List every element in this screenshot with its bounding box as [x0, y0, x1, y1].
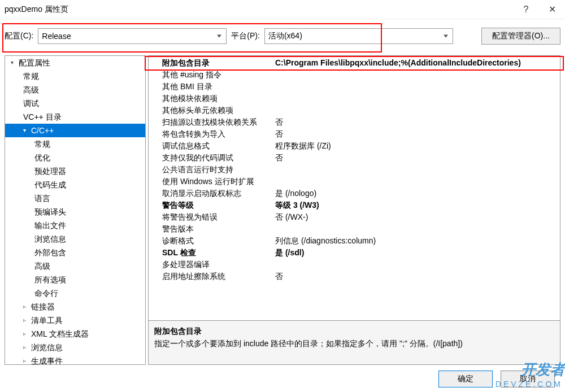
tree-item[interactable]: 输出文件 [5, 219, 145, 232]
tree-item[interactable]: ▹生成事件 [5, 354, 145, 365]
property-row[interactable]: 诊断格式列信息 (/diagnostics:column) [149, 235, 560, 247]
property-value[interactable]: 是 (/sdl) [275, 247, 560, 259]
property-row[interactable]: 公共语言运行时支持 [149, 164, 560, 176]
tree-sidebar[interactable]: ▾ 配置属性 常规高级调试VC++ 目录 ▾ C/C++ 常规优化预处理器代码生… [5, 55, 146, 365]
tree-item[interactable]: 优化 [5, 151, 145, 164]
property-value[interactable]: 等级 3 (/W3) [275, 199, 560, 211]
platform-value: 活动(x64) [268, 31, 302, 41]
tree-item-label: XML 文档生成器 [31, 328, 89, 339]
property-row[interactable]: 启用地址擦除系统否 [149, 271, 560, 282]
expand-arrow-icon: ▹ [23, 342, 30, 353]
tree-item[interactable]: 高级 [5, 259, 145, 273]
property-key: 启用地址擦除系统 [162, 271, 275, 282]
tree-item[interactable]: 语言 [5, 191, 145, 205]
property-value[interactable] [275, 104, 560, 116]
property-row[interactable]: 其他标头单元依赖项 [149, 104, 560, 116]
tree-item[interactable]: 浏览信息 [5, 232, 145, 246]
property-row[interactable]: 其他 BMI 目录 [149, 81, 560, 93]
property-row[interactable]: 调试信息格式程序数据库 (/Zi) [149, 140, 560, 152]
property-value[interactable] [275, 223, 560, 235]
tree-item[interactable]: 预编译头 [5, 205, 145, 219]
property-key: 扫描源以查找模块依赖关系 [162, 116, 275, 128]
close-button[interactable]: ✕ [539, 1, 565, 18]
property-key: 警告版本 [162, 223, 275, 235]
property-key: 使用 Windows 运行时扩展 [162, 176, 275, 188]
property-row[interactable]: 使用 Windows 运行时扩展 [149, 176, 560, 188]
tree-item[interactable]: ▹清单工具 [5, 313, 145, 327]
property-row[interactable]: 多处理器编译 [149, 259, 560, 271]
property-value[interactable]: 列信息 (/diagnostics:column) [275, 235, 560, 247]
tree-item[interactable]: ▹链接器 [5, 300, 145, 313]
tree-item[interactable]: 命令行 [5, 286, 145, 300]
ok-button[interactable]: 确定 [438, 371, 493, 387]
property-key: 将警告视为错误 [162, 211, 275, 223]
dialog-footer: 确定 取消 [438, 371, 555, 387]
platform-dropdown[interactable]: 活动(x64) [264, 28, 453, 44]
tree-item[interactable]: 所有选项 [5, 273, 145, 286]
property-row[interactable]: 警告版本 [149, 223, 560, 235]
config-manager-button[interactable]: 配置管理器(O)... [481, 28, 560, 45]
property-key: 公共语言运行时支持 [162, 164, 275, 176]
expand-arrow-icon: ▹ [23, 328, 30, 339]
tree-item[interactable]: 代码生成 [5, 178, 145, 191]
property-value[interactable]: 是 (/nologo) [275, 188, 560, 199]
title-bar: pqxxDemo 属性页 ? ✕ [0, 0, 565, 19]
property-value[interactable] [275, 69, 560, 81]
help-button[interactable]: ? [513, 1, 539, 18]
description-body: 指定一个或多个要添加到 include 路径中的目录；如果指定多个，请用 ";"… [154, 338, 554, 349]
property-key: 附加包含目录 [162, 57, 275, 69]
property-value[interactable]: 否 [275, 128, 560, 140]
property-value[interactable]: 否 [275, 271, 560, 282]
property-key: 多处理器编译 [162, 259, 275, 271]
property-row[interactable]: 其他 #using 指令 [149, 69, 560, 81]
property-value[interactable]: 程序数据库 (/Zi) [275, 140, 560, 152]
property-value[interactable] [275, 259, 560, 271]
property-row[interactable]: 警告等级等级 3 (/W3) [149, 199, 560, 211]
property-key: 将包含转换为导入 [162, 128, 275, 140]
config-dropdown[interactable]: Release [38, 28, 227, 44]
property-row[interactable]: 附加包含目录C:\Program Files\libpqxx\include;%… [149, 57, 560, 69]
property-grid[interactable]: 附加包含目录C:\Program Files\libpqxx\include;%… [148, 55, 560, 321]
tree-item[interactable]: ▹XML 文档生成器 [5, 327, 145, 341]
collapse-arrow-icon: ▾ [23, 125, 30, 136]
property-row[interactable]: SDL 检查是 (/sdl) [149, 247, 560, 259]
tree-item[interactable]: VC++ 目录 [5, 110, 145, 124]
tree-item[interactable]: 调试 [5, 97, 145, 110]
expand-arrow-icon: ▹ [23, 315, 30, 326]
config-value: Release [42, 32, 71, 41]
property-value[interactable]: C:\Program Files\libpqxx\include;%(Addit… [275, 57, 560, 69]
tree-item-label: 生成事件 [31, 355, 63, 365]
property-row[interactable]: 其他模块依赖项 [149, 93, 560, 104]
property-value[interactable] [275, 81, 560, 93]
tree-root[interactable]: ▾ 配置属性 [5, 56, 145, 69]
property-value[interactable]: 否 [275, 152, 560, 164]
expand-arrow-icon: ▹ [23, 355, 30, 365]
tree-item[interactable]: 预处理器 [5, 164, 145, 178]
property-value[interactable] [275, 164, 560, 176]
tree-cpp-label: C/C++ [31, 125, 54, 136]
property-key: 警告等级 [162, 199, 275, 211]
property-row[interactable]: 将警告视为错误否 (/WX-) [149, 211, 560, 223]
tree-item[interactable]: 常规 [5, 137, 145, 151]
cancel-button[interactable]: 取消 [501, 371, 555, 387]
property-row[interactable]: 支持仅我的代码调试否 [149, 152, 560, 164]
property-row[interactable]: 取消显示启动版权标志是 (/nologo) [149, 188, 560, 199]
tree-item[interactable]: 高级 [5, 83, 145, 97]
property-value[interactable] [275, 93, 560, 104]
property-key: 其他 #using 指令 [162, 69, 275, 81]
tree-item[interactable]: ▹浏览信息 [5, 341, 145, 354]
property-row[interactable]: 将包含转换为导入否 [149, 128, 560, 140]
property-value[interactable] [275, 176, 560, 188]
property-value[interactable]: 否 [275, 116, 560, 128]
property-value[interactable]: 否 (/WX-) [275, 211, 560, 223]
tree-item-label: 清单工具 [31, 315, 63, 326]
property-row[interactable]: 扫描源以查找模块依赖关系否 [149, 116, 560, 128]
tree-item-label: 链接器 [31, 301, 55, 312]
property-key: SDL 检查 [162, 247, 275, 259]
tree-item[interactable]: 常规 [5, 69, 145, 83]
tree-root-label: 配置属性 [19, 57, 50, 68]
tree-item[interactable]: 外部包含 [5, 246, 145, 259]
tree-item-cpp[interactable]: ▾ C/C++ [5, 124, 145, 137]
description-panel: 附加包含目录 指定一个或多个要添加到 include 路径中的目录；如果指定多个… [148, 321, 560, 365]
config-label: 配置(C): [5, 31, 33, 41]
